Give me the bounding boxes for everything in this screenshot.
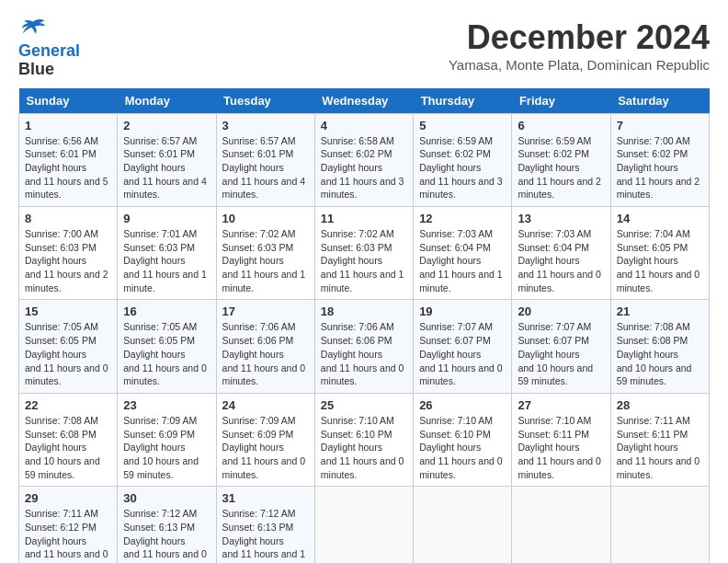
day-info: Sunrise: 6:58 AMSunset: 6:02 PMDaylight … xyxy=(321,134,407,201)
day-number: 10 xyxy=(222,212,309,225)
calendar-title: December 2024 xyxy=(449,18,710,57)
table-row xyxy=(610,487,709,563)
day-info: Sunrise: 6:59 AMSunset: 6:02 PMDaylight … xyxy=(518,134,604,201)
logo: GeneralBlue xyxy=(18,18,80,79)
table-row: 6Sunrise: 6:59 AMSunset: 6:02 PMDaylight… xyxy=(512,113,610,206)
day-info: Sunrise: 7:06 AMSunset: 6:06 PMDaylight … xyxy=(222,320,309,387)
day-number: 15 xyxy=(25,304,111,318)
day-info: Sunrise: 7:11 AMSunset: 6:12 PMDaylight … xyxy=(25,507,111,563)
day-number: 30 xyxy=(123,491,210,505)
table-row: 5Sunrise: 6:59 AMSunset: 6:02 PMDaylight… xyxy=(414,113,512,206)
day-info: Sunrise: 7:08 AMSunset: 6:08 PMDaylight … xyxy=(617,320,703,387)
day-info: Sunrise: 7:12 AMSunset: 6:13 PMDaylight … xyxy=(222,507,309,563)
day-number: 19 xyxy=(419,304,506,318)
day-info: Sunrise: 7:11 AMSunset: 6:11 PMDaylight … xyxy=(617,414,703,481)
table-row: 18Sunrise: 7:06 AMSunset: 6:06 PMDayligh… xyxy=(314,300,413,393)
table-row: 23Sunrise: 7:09 AMSunset: 6:09 PMDayligh… xyxy=(118,393,216,486)
day-info: Sunrise: 7:08 AMSunset: 6:08 PMDaylight … xyxy=(25,414,111,481)
day-info: Sunrise: 7:03 AMSunset: 6:04 PMDaylight … xyxy=(518,227,604,294)
col-wednesday: Wednesday xyxy=(314,88,413,114)
table-row: 25Sunrise: 7:10 AMSunset: 6:10 PMDayligh… xyxy=(314,393,413,486)
day-number: 9 xyxy=(123,212,210,225)
day-number: 3 xyxy=(222,119,309,132)
day-number: 6 xyxy=(518,119,604,132)
table-row: 28Sunrise: 7:11 AMSunset: 6:11 PMDayligh… xyxy=(610,393,709,486)
day-info: Sunrise: 7:04 AMSunset: 6:05 PMDaylight … xyxy=(617,227,703,294)
day-number: 25 xyxy=(321,398,407,412)
day-number: 5 xyxy=(419,119,506,132)
day-number: 23 xyxy=(123,398,210,412)
day-info: Sunrise: 7:02 AMSunset: 6:03 PMDaylight … xyxy=(222,227,309,294)
table-row: 3Sunrise: 6:57 AMSunset: 6:01 PMDaylight… xyxy=(216,113,314,206)
day-number: 29 xyxy=(25,491,111,505)
day-info: Sunrise: 7:10 AMSunset: 6:10 PMDaylight … xyxy=(321,414,407,481)
day-number: 11 xyxy=(321,212,407,225)
table-row: 22Sunrise: 7:08 AMSunset: 6:08 PMDayligh… xyxy=(19,393,118,486)
page-header: GeneralBlue December 2024 Yamasa, Monte … xyxy=(18,18,710,79)
day-number: 24 xyxy=(222,398,309,412)
day-info: Sunrise: 7:12 AMSunset: 6:13 PMDaylight … xyxy=(123,507,210,563)
table-row: 24Sunrise: 7:09 AMSunset: 6:09 PMDayligh… xyxy=(216,393,314,486)
calendar-week-row: 8Sunrise: 7:00 AMSunset: 6:03 PMDaylight… xyxy=(19,207,710,300)
day-number: 27 xyxy=(518,398,604,412)
table-row: 30Sunrise: 7:12 AMSunset: 6:13 PMDayligh… xyxy=(118,487,216,563)
table-row: 8Sunrise: 7:00 AMSunset: 6:03 PMDaylight… xyxy=(19,207,118,300)
day-number: 2 xyxy=(123,119,210,132)
title-section: December 2024 Yamasa, Monte Plata, Domin… xyxy=(449,18,710,73)
day-info: Sunrise: 7:10 AMSunset: 6:11 PMDaylight … xyxy=(518,414,604,481)
col-friday: Friday xyxy=(512,88,610,114)
day-info: Sunrise: 7:02 AMSunset: 6:03 PMDaylight … xyxy=(321,227,407,294)
table-row: 2Sunrise: 6:57 AMSunset: 6:01 PMDaylight… xyxy=(118,113,216,206)
day-info: Sunrise: 6:59 AMSunset: 6:02 PMDaylight … xyxy=(419,134,506,201)
day-number: 16 xyxy=(123,304,210,318)
table-row: 13Sunrise: 7:03 AMSunset: 6:04 PMDayligh… xyxy=(512,207,610,300)
col-sunday: Sunday xyxy=(19,88,118,114)
day-number: 7 xyxy=(617,119,703,132)
calendar-week-row: 1Sunrise: 6:56 AMSunset: 6:01 PMDaylight… xyxy=(19,113,710,206)
table-row: 21Sunrise: 7:08 AMSunset: 6:08 PMDayligh… xyxy=(610,300,709,393)
col-saturday: Saturday xyxy=(610,88,709,114)
table-row: 29Sunrise: 7:11 AMSunset: 6:12 PMDayligh… xyxy=(19,487,118,563)
table-row xyxy=(512,487,610,563)
table-row: 27Sunrise: 7:10 AMSunset: 6:11 PMDayligh… xyxy=(512,393,610,486)
day-number: 21 xyxy=(617,304,703,318)
day-number: 20 xyxy=(518,304,604,318)
logo-bird-icon xyxy=(20,18,46,39)
col-monday: Monday xyxy=(118,88,216,114)
table-row xyxy=(414,487,512,563)
day-info: Sunrise: 7:09 AMSunset: 6:09 PMDaylight … xyxy=(222,414,309,481)
table-row: 17Sunrise: 7:06 AMSunset: 6:06 PMDayligh… xyxy=(216,300,314,393)
table-row: 10Sunrise: 7:02 AMSunset: 6:03 PMDayligh… xyxy=(216,207,314,300)
calendar-header-row: Sunday Monday Tuesday Wednesday Thursday… xyxy=(19,88,710,114)
calendar-week-row: 15Sunrise: 7:05 AMSunset: 6:05 PMDayligh… xyxy=(19,300,710,393)
day-info: Sunrise: 6:57 AMSunset: 6:01 PMDaylight … xyxy=(222,134,309,201)
table-row: 4Sunrise: 6:58 AMSunset: 6:02 PMDaylight… xyxy=(314,113,413,206)
day-info: Sunrise: 7:05 AMSunset: 6:05 PMDaylight … xyxy=(25,320,111,387)
calendar-week-row: 29Sunrise: 7:11 AMSunset: 6:12 PMDayligh… xyxy=(19,487,710,563)
day-number: 26 xyxy=(419,398,506,412)
day-number: 31 xyxy=(222,491,309,505)
table-row: 16Sunrise: 7:05 AMSunset: 6:05 PMDayligh… xyxy=(118,300,216,393)
table-row: 12Sunrise: 7:03 AMSunset: 6:04 PMDayligh… xyxy=(414,207,512,300)
day-info: Sunrise: 6:56 AMSunset: 6:01 PMDaylight … xyxy=(25,134,111,201)
day-info: Sunrise: 7:05 AMSunset: 6:05 PMDaylight … xyxy=(123,320,210,387)
calendar-subtitle: Yamasa, Monte Plata, Dominican Republic xyxy=(449,57,710,73)
table-row: 20Sunrise: 7:07 AMSunset: 6:07 PMDayligh… xyxy=(512,300,610,393)
day-info: Sunrise: 7:00 AMSunset: 6:03 PMDaylight … xyxy=(25,227,111,294)
table-row: 19Sunrise: 7:07 AMSunset: 6:07 PMDayligh… xyxy=(414,300,512,393)
table-row: 15Sunrise: 7:05 AMSunset: 6:05 PMDayligh… xyxy=(19,300,118,393)
day-info: Sunrise: 7:01 AMSunset: 6:03 PMDaylight … xyxy=(123,227,210,294)
table-row: 9Sunrise: 7:01 AMSunset: 6:03 PMDaylight… xyxy=(118,207,216,300)
day-info: Sunrise: 7:00 AMSunset: 6:02 PMDaylight … xyxy=(617,134,703,201)
day-number: 14 xyxy=(617,212,703,225)
day-info: Sunrise: 7:10 AMSunset: 6:10 PMDaylight … xyxy=(419,414,506,481)
day-number: 1 xyxy=(25,119,111,132)
day-info: Sunrise: 7:09 AMSunset: 6:09 PMDaylight … xyxy=(123,414,210,481)
table-row: 1Sunrise: 6:56 AMSunset: 6:01 PMDaylight… xyxy=(19,113,118,206)
col-thursday: Thursday xyxy=(414,88,512,114)
day-info: Sunrise: 7:06 AMSunset: 6:06 PMDaylight … xyxy=(321,320,407,387)
table-row: 14Sunrise: 7:04 AMSunset: 6:05 PMDayligh… xyxy=(610,207,709,300)
day-info: Sunrise: 7:03 AMSunset: 6:04 PMDaylight … xyxy=(419,227,506,294)
day-number: 22 xyxy=(25,398,111,412)
day-number: 8 xyxy=(25,212,111,225)
